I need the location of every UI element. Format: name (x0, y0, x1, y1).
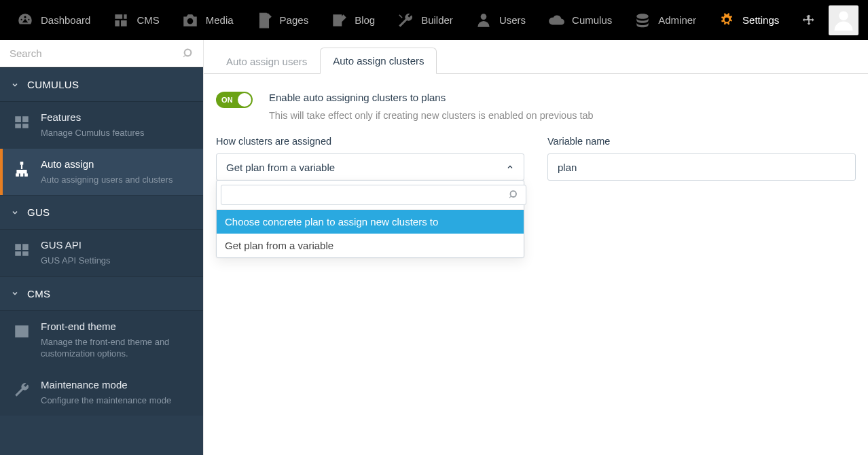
sidebar-item-frontend-theme[interactable]: Front-end theme Manage the front-end the… (0, 311, 203, 369)
cloud-icon (547, 12, 565, 29)
pages-icon (255, 12, 273, 29)
nav-adminer[interactable]: Adminer (623, 0, 707, 40)
svg-rect-3 (24, 173, 27, 176)
camera-icon (181, 12, 199, 29)
svg-rect-1 (16, 173, 18, 176)
tab-label: Auto assign clusters (333, 55, 424, 67)
group-title: GUS (27, 206, 50, 218)
nav-label: Adminer (658, 14, 696, 26)
tab-label: Auto assign users (226, 56, 307, 67)
option-label: Get plan from a variable (225, 240, 333, 251)
dropdown-option-variable[interactable]: Get plan from a variable (217, 234, 524, 257)
move-icon[interactable] (801, 13, 816, 28)
sidebar-item-desc: Configure the maintenance mode (41, 395, 171, 407)
nav-cumulus[interactable]: Cumulus (537, 0, 623, 40)
variable-name-input[interactable] (547, 153, 856, 181)
sidebar-item-title: Features (41, 111, 144, 123)
nav-dashboard[interactable]: Dashboard (5, 0, 101, 40)
image-icon (12, 322, 31, 341)
sidebar-group-gus: GUS GUS API GUS API Settings (0, 195, 203, 276)
svg-rect-0 (20, 162, 23, 164)
nav-label: Users (499, 14, 526, 26)
nav-users[interactable]: Users (464, 0, 537, 40)
nav-builder[interactable]: Builder (386, 0, 464, 40)
search-icon (509, 189, 520, 200)
select-value: Get plan from a variable (226, 162, 335, 173)
search-input[interactable] (10, 48, 183, 59)
topnav-right (801, 5, 863, 35)
group-toggle-cms[interactable]: CMS (0, 277, 203, 310)
wrench-icon (12, 380, 31, 399)
main-content: Auto assign users Auto assign clusters O… (204, 40, 868, 455)
sidebar-item-title: GUS API (41, 239, 111, 251)
toggle-title: Enable auto assigning clusters to plans (269, 92, 594, 103)
chevron-down-icon (11, 81, 19, 89)
nav-label: Dashboard (41, 14, 90, 26)
sidebar-item-title: Maintenance mode (41, 379, 171, 390)
assign-method-select[interactable]: Get plan from a variable Ch (216, 153, 524, 181)
tab-auto-assign-users[interactable]: Auto assign users (213, 48, 320, 74)
sidebar-item-title: Front-end theme (41, 321, 194, 332)
sitemap-icon (12, 160, 31, 179)
assign-method-label: How clusters are assigned (216, 136, 524, 147)
boxes-icon (12, 240, 31, 259)
sidebar-item-maintenance[interactable]: Maintenance mode Configure the maintenan… (0, 369, 203, 416)
tab-auto-assign-clusters[interactable]: Auto assign clusters (320, 48, 437, 74)
user-icon (475, 12, 492, 29)
user-avatar[interactable] (829, 5, 858, 35)
enable-toggle-row: ON Enable auto assigning clusters to pla… (216, 92, 856, 121)
chevron-down-icon (11, 289, 19, 297)
pencil-note-icon (330, 12, 348, 29)
sidebar-item-auto-assign[interactable]: Auto assign Auto assigning users and clu… (0, 149, 203, 196)
chevron-down-icon (11, 208, 19, 217)
gauge-icon (16, 12, 34, 29)
group-title: CMS (27, 288, 50, 299)
group-toggle-cumulus[interactable]: CUMULUS (0, 68, 203, 101)
dropdown-search-wrap (217, 181, 524, 210)
sidebar-item-features[interactable]: Features Manage Cumulus features (0, 102, 203, 149)
nav-label: CMS (137, 14, 159, 26)
dropdown-search-input[interactable] (221, 185, 526, 205)
nav-label: Blog (355, 14, 375, 26)
nav-label: Settings (742, 14, 779, 26)
option-label: Choose concrete plan to assign new clust… (225, 216, 438, 228)
toggle-desc: This will take effect only if creating n… (269, 110, 594, 121)
gears-icon (718, 12, 736, 29)
toggle-knob (238, 93, 251, 107)
sidebar-group-cumulus: CUMULUS Features Manage Cumulus features (0, 67, 203, 195)
top-nav: Dashboard CMS Media Pages Blog Builder (0, 0, 868, 40)
nav-label: Builder (421, 14, 453, 26)
enable-auto-assign-toggle[interactable]: ON (216, 92, 253, 108)
sidebar-group-cms: CMS Front-end theme Manage the front-end… (0, 276, 203, 416)
nav-settings[interactable]: Settings (707, 0, 790, 40)
sidebar-item-desc: GUS API Settings (41, 255, 111, 267)
settings-sidebar: CUMULUS Features Manage Cumulus features (0, 40, 204, 455)
nav-pages[interactable]: Pages (245, 0, 320, 40)
dropdown-option-concrete-plan[interactable]: Choose concrete plan to assign new clust… (217, 210, 524, 234)
nav-media[interactable]: Media (170, 0, 245, 40)
nav-label: Cumulus (572, 14, 612, 26)
sidebar-item-desc: Manage Cumulus features (41, 127, 144, 139)
sidebar-item-title: Auto assign (41, 158, 173, 170)
sidebar-item-gus-api[interactable]: GUS API GUS API Settings (0, 230, 203, 276)
variable-name-field: Variable name (547, 136, 856, 181)
nav-label: Pages (280, 14, 309, 26)
boxes-icon (12, 113, 31, 132)
nav-blog[interactable]: Blog (319, 0, 386, 40)
group-toggle-gus[interactable]: GUS (0, 196, 203, 229)
nav-cms[interactable]: CMS (101, 0, 170, 40)
toggle-state: ON (221, 96, 233, 104)
variable-name-label: Variable name (547, 136, 856, 147)
sidebar-item-desc: Auto assigning users and clusters (41, 174, 173, 186)
sidebar-search[interactable] (0, 40, 203, 67)
search-icon (183, 48, 195, 60)
wrench-icon (397, 12, 414, 29)
database-icon (634, 12, 651, 29)
assign-method-field: How clusters are assigned Get plan from … (216, 136, 524, 181)
cms-icon (112, 12, 130, 29)
nav-label: Media (206, 14, 234, 26)
svg-point-4 (18, 327, 20, 330)
assign-method-dropdown: Choose concrete plan to assign new clust… (216, 180, 524, 258)
sidebar-item-desc: Manage the front-end theme and customiza… (41, 336, 194, 360)
tabs: Auto assign users Auto assign clusters (204, 40, 868, 74)
